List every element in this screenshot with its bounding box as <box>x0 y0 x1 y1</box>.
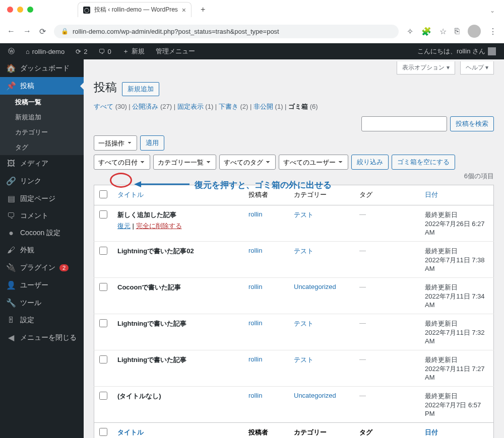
item-count: 6個の項目 <box>94 172 494 181</box>
category-filter-select[interactable]: カテゴリー一覧 <box>153 155 216 170</box>
greeting-link[interactable]: こんにちは、rollin さん <box>413 43 500 59</box>
category-link[interactable]: テスト <box>294 320 313 327</box>
manage-menu-link[interactable]: 管理メニュー <box>152 43 199 59</box>
window-maximize[interactable] <box>27 7 33 13</box>
forward-icon[interactable]: → <box>23 27 31 36</box>
menu-media[interactable]: 🖾メディア <box>0 155 84 172</box>
status-filters: すべて (30) | 公開済み (27) | 固定表示 (1) | 下書き (2… <box>94 102 494 111</box>
menu-dashboard[interactable]: 🏠ダッシュボード <box>0 59 84 77</box>
chevron-down-icon[interactable]: ⌄ <box>490 7 495 14</box>
search-button[interactable]: 投稿を検索 <box>450 116 494 131</box>
search-input[interactable] <box>361 116 447 131</box>
category-link[interactable]: テスト <box>294 247 313 255</box>
back-icon[interactable]: ← <box>7 27 15 36</box>
menu-users[interactable]: 👤ユーザー <box>0 276 84 294</box>
filter-publish[interactable]: 公開済み <box>132 103 158 110</box>
window-minimize[interactable] <box>17 7 23 13</box>
filter-private[interactable]: 非公開 <box>254 103 273 110</box>
table-row: Lightningで書いた記事02 rollin テスト — 最終更新日2022… <box>94 242 494 278</box>
tag-cell: — <box>359 247 366 254</box>
bulk-action-select[interactable]: 一括操作 <box>94 135 137 151</box>
submenu-categories[interactable]: カテゴリー <box>0 125 84 140</box>
plugin-update-badge: 2 <box>59 264 69 271</box>
select-all-checkbox[interactable] <box>99 190 107 198</box>
cocoon-icon: ● <box>6 229 16 238</box>
tag-cell: — <box>359 283 366 290</box>
submenu-tags[interactable]: タグ <box>0 140 84 155</box>
row-checkbox[interactable] <box>99 319 107 327</box>
screen-options-button[interactable]: 表示オプション ▾ <box>397 61 455 75</box>
plugin-icon: 🔌 <box>6 263 16 272</box>
menu-pages[interactable]: ▤固定ページ <box>0 190 84 207</box>
filter-draft[interactable]: 下書き <box>219 103 238 110</box>
menu-links[interactable]: 🔗リンク <box>0 172 84 190</box>
author-link[interactable]: rollin <box>248 392 262 399</box>
menu-cocoon[interactable]: ●Cocoon 設定 <box>0 225 84 242</box>
select-all-checkbox-footer[interactable] <box>99 428 107 436</box>
menu-appearance[interactable]: 🖌外観 <box>0 242 84 259</box>
window-close[interactable] <box>7 7 13 13</box>
bulk-apply-button[interactable]: 適用 <box>140 135 164 151</box>
author-link[interactable]: rollin <box>248 283 262 290</box>
wp-logo[interactable]: ⓦ <box>4 43 19 59</box>
refresh-icon: ⟳ <box>76 48 81 55</box>
updates-link[interactable]: ⟳2 <box>72 43 91 59</box>
col-title-footer[interactable]: タイトル <box>117 428 144 436</box>
date-cell: 最終更新日2022年7月11日 7:34 AM <box>420 278 494 314</box>
col-date[interactable]: 日付 <box>425 191 438 198</box>
restore-link[interactable]: 復元 <box>117 222 131 230</box>
address-bar[interactable]: 🔒 rollin-demo.com/wp-admin/edit.php?post… <box>54 25 399 38</box>
home-icon: ⌂ <box>26 48 30 55</box>
close-tab-icon[interactable]: × <box>182 6 186 14</box>
author-link[interactable]: rollin <box>248 247 262 254</box>
author-link[interactable]: rollin <box>248 319 262 327</box>
category-link[interactable]: Uncategorized <box>294 392 336 399</box>
row-checkbox[interactable] <box>99 210 107 218</box>
menu-plugins[interactable]: 🔌プラグイン2 <box>0 259 84 276</box>
share-icon[interactable]: ✧ <box>407 27 413 36</box>
browser-tab[interactable]: ◯ 投稿 ‹ rollin-demo — WordPres × <box>78 2 192 17</box>
menu-tools[interactable]: 🔧ツール <box>0 294 84 312</box>
menu-comments[interactable]: 🗨コメント <box>0 207 84 225</box>
filter-button[interactable]: 絞り込み <box>351 155 389 170</box>
menu-posts[interactable]: 📌投稿 <box>0 77 84 95</box>
tag-filter-select[interactable]: すべてのタグ <box>219 155 276 170</box>
col-title[interactable]: タイトル <box>117 191 144 198</box>
menu-settings[interactable]: 🎚設定 <box>0 312 84 329</box>
new-content-link[interactable]: ＋新規 <box>118 43 149 59</box>
empty-trash-button[interactable]: ゴミ箱を空にする <box>392 155 455 170</box>
new-tab-button[interactable]: + <box>201 5 205 14</box>
extensions-icon[interactable]: 🧩 <box>421 27 431 36</box>
reload-icon[interactable]: ⟳ <box>39 27 46 36</box>
author-link[interactable]: rollin <box>248 210 262 218</box>
row-checkbox[interactable] <box>99 392 107 400</box>
site-name-link[interactable]: ⌂rollin-demo <box>22 43 69 59</box>
post-title: Lightningで書いた記事02 <box>117 247 194 255</box>
menu-icon[interactable]: ⋮ <box>489 27 497 36</box>
category-link[interactable]: テスト <box>294 356 313 363</box>
row-checkbox[interactable] <box>99 247 107 255</box>
user-filter-select[interactable]: すべてのユーザー <box>279 155 348 170</box>
submenu-add-new[interactable]: 新規追加 <box>0 110 84 125</box>
filter-sticky[interactable]: 固定表示 <box>177 103 204 110</box>
menu-collapse[interactable]: ◀メニューを閉じる <box>0 329 84 346</box>
category-link[interactable]: テスト <box>294 211 313 218</box>
row-checkbox[interactable] <box>99 355 107 363</box>
bookmark-icon[interactable]: ☆ <box>439 27 447 36</box>
filter-trash[interactable]: ゴミ箱 <box>288 103 308 110</box>
author-link[interactable]: rollin <box>248 355 262 363</box>
help-button[interactable]: ヘルプ ▾ <box>460 61 494 75</box>
delete-permanently-link[interactable]: 完全に削除する <box>136 222 182 230</box>
category-link[interactable]: Uncategorized <box>294 283 336 290</box>
col-date-footer[interactable]: 日付 <box>425 428 438 436</box>
profile-avatar[interactable] <box>468 25 481 38</box>
filter-all[interactable]: すべて <box>94 103 113 110</box>
col-categories-footer: カテゴリー <box>289 423 354 439</box>
row-checkbox[interactable] <box>99 283 107 291</box>
add-new-button[interactable]: 新規追加 <box>122 82 159 96</box>
comments-link[interactable]: 🗨0 <box>94 43 115 59</box>
date-cell: 最終更新日2022年7月11日 7:38 AM <box>420 242 494 278</box>
date-filter-select[interactable]: すべての日付 <box>94 155 150 170</box>
submenu-all-posts[interactable]: 投稿一覧 <box>0 95 84 110</box>
downloads-icon[interactable]: ⎘ <box>455 27 460 36</box>
